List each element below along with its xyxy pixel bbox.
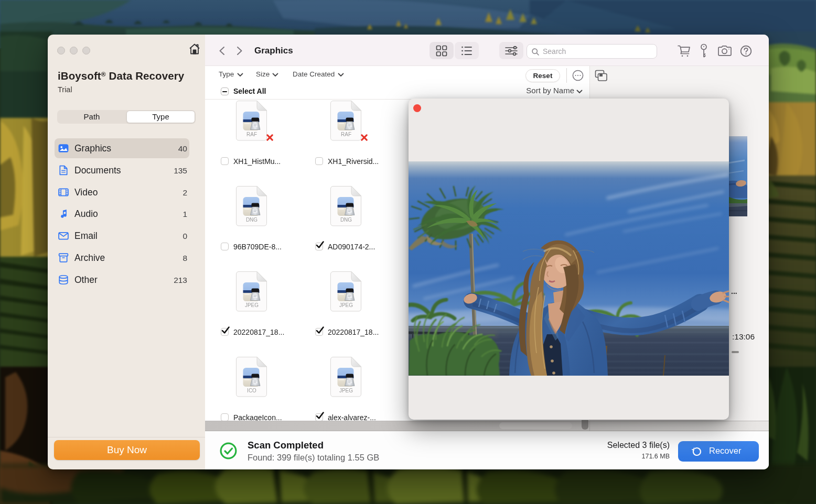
svg-text:DNG: DNG [340, 217, 352, 223]
svg-text:JPEG: JPEG [339, 388, 353, 393]
svg-text:RAF: RAF [341, 132, 351, 137]
svg-text:RAF: RAF [246, 132, 257, 137]
svg-text:JPEG: JPEG [245, 302, 259, 308]
svg-text:DNG: DNG [246, 217, 257, 223]
svg-text:JPEG: JPEG [339, 302, 353, 308]
svg-text:ICO: ICO [247, 388, 256, 393]
